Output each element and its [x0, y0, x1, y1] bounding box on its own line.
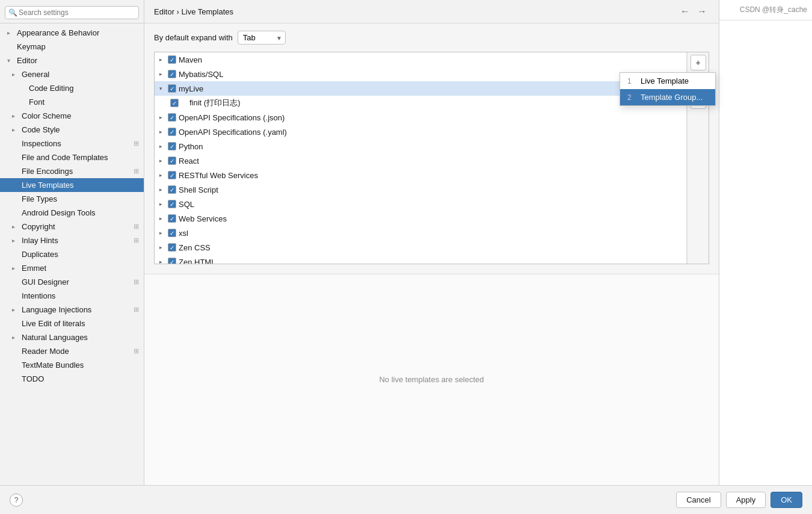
- popup-item-2[interactable]: 2Template Group...: [620, 89, 715, 105]
- checkmark-icon: ✓: [170, 71, 174, 78]
- apply-button[interactable]: Apply: [726, 492, 766, 508]
- row-chevron-icon: ▸: [159, 129, 165, 135]
- settings-badge-icon: ⊞: [134, 140, 139, 147]
- sidebar-item-todo[interactable]: TODO: [0, 372, 144, 386]
- settings-badge-icon: ⊞: [134, 347, 139, 355]
- row-checkbox[interactable]: ✓: [168, 55, 176, 64]
- chevron-icon: ▸: [12, 237, 19, 244]
- template-row[interactable]: ▸✓OpenAPI Specifications (.yaml): [155, 125, 686, 139]
- sidebar-item-file-types[interactable]: File Types: [0, 192, 144, 206]
- expand-select[interactable]: Tab Space Enter: [238, 31, 286, 45]
- template-row[interactable]: ▸✓OpenAPI Specifications (.json): [155, 110, 686, 125]
- row-checkbox[interactable]: ✓: [170, 99, 179, 107]
- sidebar-items-container: ▸Appearance & BehaviorKeymap▾Editor▸Gene…: [0, 26, 144, 386]
- sidebar-item-code-editing[interactable]: Code Editing: [0, 81, 144, 95]
- popup-item-1[interactable]: 1Live Template: [620, 73, 715, 89]
- add-button[interactable]: +: [691, 55, 706, 70]
- template-row[interactable]: ✓finit (打印日志): [155, 96, 686, 110]
- sidebar-item-emmet[interactable]: ▸Emmet: [0, 261, 144, 275]
- sidebar-item-inlay-hints[interactable]: ▸Inlay Hints⊞: [0, 234, 144, 247]
- sidebar-item-label: Duplicates: [22, 250, 139, 259]
- sidebar-item-reader-mode[interactable]: Reader Mode⊞: [0, 344, 144, 358]
- cancel-button[interactable]: Cancel: [676, 492, 721, 508]
- template-row[interactable]: ▸✓Zen HTML: [155, 255, 686, 264]
- sidebar-item-label: TODO: [22, 374, 139, 383]
- sidebar-item-label: Keymap: [17, 42, 139, 51]
- sidebar-item-label: General: [22, 70, 139, 79]
- ok-button[interactable]: OK: [770, 492, 802, 508]
- sidebar-item-general[interactable]: ▸General: [0, 67, 144, 81]
- sidebar-item-label: TextMate Bundles: [22, 361, 139, 370]
- row-checkbox[interactable]: ✓: [168, 171, 176, 179]
- expand-bar: By default expand with Tab Space Enter ▼: [144, 23, 719, 52]
- sidebar-item-intentions[interactable]: Intentions: [0, 289, 144, 303]
- sidebar-item-file-code-templates[interactable]: File and Code Templates: [0, 150, 144, 164]
- template-row[interactable]: ▸✓React: [155, 153, 686, 168]
- template-row[interactable]: ▸✓RESTful Web Services: [155, 168, 686, 182]
- template-row[interactable]: ▸✓Maven: [155, 52, 686, 67]
- row-checkbox[interactable]: ✓: [168, 84, 176, 93]
- search-bar: 🔍: [0, 2, 144, 23]
- sidebar-item-inspections[interactable]: Inspections⊞: [0, 137, 144, 150]
- search-input[interactable]: [5, 6, 139, 19]
- row-label: Zen CSS: [179, 243, 211, 252]
- row-checkbox[interactable]: ✓: [168, 128, 176, 136]
- row-checkbox[interactable]: ✓: [168, 258, 176, 264]
- footer-right: Cancel Apply OK: [676, 492, 802, 508]
- row-label: SQL: [179, 200, 194, 209]
- checkmark-icon: ✓: [170, 187, 174, 193]
- row-checkbox[interactable]: ✓: [168, 200, 176, 208]
- template-row[interactable]: ▸✓xsl: [155, 226, 686, 240]
- checkmark-icon: ✓: [172, 100, 177, 107]
- nav-back-button[interactable]: ←: [678, 5, 692, 18]
- checkmark-icon: ✓: [170, 230, 174, 237]
- row-chevron-icon: ▸: [159, 244, 165, 250]
- expand-select-wrapper: Tab Space Enter ▼: [238, 31, 286, 45]
- sidebar-item-label: Copyright: [22, 222, 131, 231]
- row-checkbox[interactable]: ✓: [168, 156, 176, 165]
- sidebar-item-color-scheme[interactable]: ▸Color Scheme: [0, 109, 144, 123]
- row-checkbox[interactable]: ✓: [168, 214, 176, 223]
- sidebar-item-font[interactable]: Font: [0, 95, 144, 109]
- settings-badge-icon: ⊞: [134, 237, 139, 244]
- sidebar-item-label: Font: [29, 98, 139, 107]
- row-checkbox[interactable]: ✓: [168, 113, 176, 122]
- template-row[interactable]: ▸✓SQL: [155, 197, 686, 211]
- sidebar-item-file-encodings[interactable]: File Encodings⊞: [0, 164, 144, 178]
- sidebar-item-live-templates[interactable]: Live Templates: [0, 178, 144, 192]
- checkmark-icon: ✓: [170, 57, 174, 63]
- row-checkbox[interactable]: ✓: [168, 229, 176, 237]
- template-row[interactable]: ▸✓Mybatis/SQL: [155, 67, 686, 81]
- row-label: finit (打印日志): [189, 98, 241, 108]
- template-row[interactable]: ▸✓Zen CSS: [155, 240, 686, 255]
- sidebar-item-gui-designer[interactable]: GUI Designer⊞: [0, 275, 144, 289]
- template-row[interactable]: ▾✓myLive: [155, 81, 686, 96]
- template-row[interactable]: ▸✓Web Services: [155, 211, 686, 226]
- template-row[interactable]: ▸✓Shell Script: [155, 182, 686, 197]
- sidebar-item-copyright[interactable]: ▸Copyright⊞: [0, 220, 144, 234]
- sidebar-item-code-style[interactable]: ▸Code Style: [0, 123, 144, 137]
- sidebar-item-natural-languages[interactable]: ▸Natural Languages: [0, 330, 144, 344]
- sidebar-item-editor[interactable]: ▾Editor: [0, 54, 144, 67]
- sidebar-item-android-design-tools[interactable]: Android Design Tools: [0, 206, 144, 220]
- sidebar-item-language-injections[interactable]: ▸Language Injections⊞: [0, 303, 144, 317]
- row-chevron-icon: ▸: [159, 230, 165, 236]
- help-button[interactable]: ?: [10, 494, 23, 507]
- sidebar-item-keymap[interactable]: Keymap: [0, 40, 144, 54]
- sidebar-item-label: Live Edit of literals: [22, 319, 139, 328]
- row-checkbox[interactable]: ✓: [168, 243, 176, 252]
- template-row[interactable]: ▸✓Python: [155, 139, 686, 153]
- row-checkbox[interactable]: ✓: [168, 142, 176, 150]
- checkmark-icon: ✓: [170, 143, 174, 150]
- expand-label: By default expand with: [154, 33, 233, 42]
- sidebar-item-textmate-bundles[interactable]: TextMate Bundles: [0, 358, 144, 372]
- sidebar-item-live-edit-literals[interactable]: Live Edit of literals: [0, 317, 144, 330]
- breadcrumb-nav: ← →: [678, 5, 709, 18]
- row-checkbox[interactable]: ✓: [168, 70, 176, 78]
- breadcrumb-parent: Editor: [154, 7, 174, 16]
- sidebar-item-duplicates[interactable]: Duplicates: [0, 247, 144, 261]
- row-checkbox[interactable]: ✓: [168, 185, 176, 194]
- sidebar-item-appearance[interactable]: ▸Appearance & Behavior: [0, 26, 144, 40]
- nav-forward-button[interactable]: →: [695, 5, 709, 18]
- sidebar-item-label: File and Code Templates: [22, 153, 139, 162]
